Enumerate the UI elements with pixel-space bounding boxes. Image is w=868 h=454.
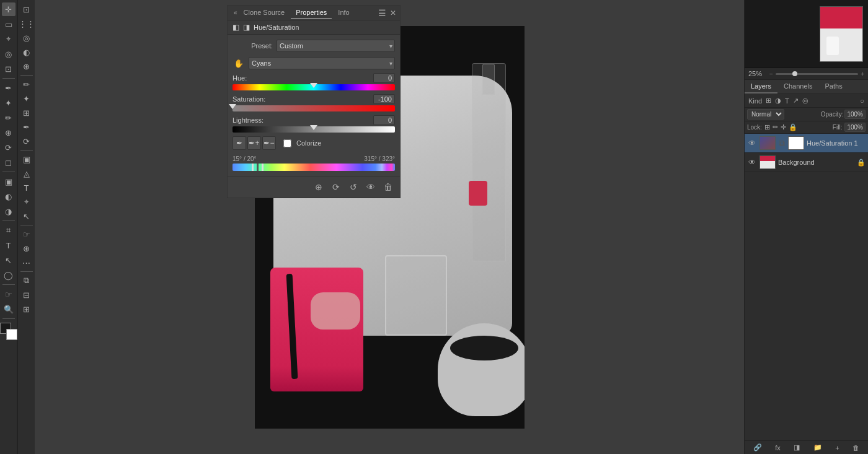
dodge-tool[interactable]: ◑ xyxy=(2,204,16,218)
panel-menu-icon[interactable]: ☰ xyxy=(378,8,386,18)
shape-tool[interactable]: ◯ xyxy=(2,268,16,282)
zoom-slider[interactable] xyxy=(776,73,858,75)
eraser-tool[interactable]: ◻ xyxy=(2,155,16,169)
subtract-from-sample-btn[interactable]: ✒− xyxy=(262,136,276,150)
filter-shape-icon[interactable]: ↗ xyxy=(792,96,800,105)
tab-channels[interactable]: Channels xyxy=(777,80,818,94)
blur-tool[interactable]: ◐ xyxy=(2,190,16,203)
saturation-slider[interactable] xyxy=(232,105,395,111)
hue-slider[interactable] xyxy=(232,84,395,90)
reset-btn[interactable]: ↺ xyxy=(347,180,360,194)
zoom-value[interactable]: 25% xyxy=(748,70,767,77)
channel-select[interactable]: Cyans Master Reds Yellows Greens Blues M… xyxy=(249,57,395,69)
lock-transparent-icon[interactable]: ⊞ xyxy=(764,123,770,131)
secondary-tool-13[interactable]: T xyxy=(20,181,33,194)
zoom-out-icon[interactable]: − xyxy=(769,71,773,77)
lock-pixels-icon[interactable]: ✏ xyxy=(773,123,778,131)
target-adjustment-tool[interactable]: ✋ xyxy=(232,57,245,69)
add-to-sample-btn[interactable]: ✒+ xyxy=(247,136,261,150)
secondary-tool-18[interactable]: ⋯ xyxy=(20,256,33,269)
gradient-tool[interactable]: ▣ xyxy=(2,175,16,188)
add-mask-btn[interactable]: ⊕ xyxy=(312,180,326,194)
sample-color-btn[interactable]: ✒ xyxy=(232,136,246,150)
fill-value[interactable]: 100% xyxy=(844,123,866,132)
color-swatches[interactable] xyxy=(0,323,17,340)
filter-pixel-icon[interactable]: ⊞ xyxy=(764,96,773,105)
lightness-value[interactable]: 0 xyxy=(373,115,395,125)
close-icon[interactable]: ✕ xyxy=(390,9,396,17)
lock-all-icon[interactable]: 🔒 xyxy=(789,123,797,131)
visibility-btn[interactable]: 👁 xyxy=(364,180,378,194)
saturation-value[interactable]: -100 xyxy=(373,94,395,104)
type-tool[interactable]: T xyxy=(2,238,16,252)
layer-visibility-toggle[interactable]: 👁 xyxy=(747,139,757,147)
new-layer-btn[interactable]: + xyxy=(834,443,840,452)
secondary-tool-6[interactable]: ✏ xyxy=(20,77,33,91)
preset-select[interactable]: Custom Default xyxy=(277,40,395,52)
secondary-tool-15[interactable]: ↖ xyxy=(20,209,33,223)
path-selection-tool[interactable]: ↖ xyxy=(2,253,16,267)
tab-info[interactable]: Info xyxy=(333,7,354,19)
secondary-tool-5[interactable]: ⊕ xyxy=(20,59,33,73)
channel-select-wrapper[interactable]: Cyans Master Reds Yellows Greens Blues M… xyxy=(249,57,395,69)
filter-toggle[interactable]: ○ xyxy=(859,97,866,105)
secondary-tool-17[interactable]: ⊕ xyxy=(20,242,33,255)
tab-layers[interactable]: Layers xyxy=(745,80,777,94)
quick-selection-tool[interactable]: ◎ xyxy=(2,47,16,61)
lock-position-icon[interactable]: ✛ xyxy=(781,123,786,131)
preset-select-wrapper[interactable]: Custom Default xyxy=(277,40,395,52)
secondary-tool-8[interactable]: ⊞ xyxy=(20,106,33,120)
move-tool[interactable]: ✛ xyxy=(2,2,16,16)
zoom-in-icon[interactable]: + xyxy=(861,71,864,77)
zoom-tool[interactable]: 🔍 xyxy=(2,302,16,316)
secondary-tool-7[interactable]: ✦ xyxy=(20,92,33,105)
layer-item[interactable]: 👁 ⧉ Hue/Saturation 1 xyxy=(745,134,868,153)
secondary-tool-16[interactable]: ☞ xyxy=(20,227,33,241)
clone-stamp-tool[interactable]: ⊕ xyxy=(2,126,16,139)
eyedropper-tool[interactable]: ✒ xyxy=(2,81,16,95)
add-style-btn[interactable]: fx xyxy=(774,443,782,452)
new-group-btn[interactable]: 📁 xyxy=(812,443,823,452)
secondary-tool-4[interactable]: ◐ xyxy=(20,45,33,59)
marquee-tool[interactable]: ▭ xyxy=(2,17,16,31)
secondary-tool-19[interactable]: ⧉ xyxy=(20,274,33,287)
tab-properties[interactable]: Properties xyxy=(291,7,332,19)
opacity-value[interactable]: 100% xyxy=(844,110,866,119)
add-mask-btn[interactable]: ◨ xyxy=(792,443,801,452)
background-color[interactable] xyxy=(6,329,17,340)
hand-tool[interactable]: ☞ xyxy=(2,287,16,301)
cycle-channels-btn[interactable]: ⟳ xyxy=(329,180,343,194)
link-layers-btn[interactable]: 🔗 xyxy=(752,443,763,452)
lightness-slider[interactable] xyxy=(232,126,395,133)
tab-paths[interactable]: Paths xyxy=(819,80,849,94)
delete-layer-btn[interactable]: 🗑 xyxy=(851,443,861,452)
hue-value[interactable]: 0 xyxy=(373,73,395,83)
pen-tool[interactable]: ⌗ xyxy=(2,224,16,237)
secondary-tool-1[interactable]: ⊡ xyxy=(20,2,33,16)
secondary-tool-3[interactable]: ◎ xyxy=(20,31,33,45)
secondary-tool-21[interactable]: ⊞ xyxy=(20,302,33,316)
colorize-checkbox[interactable] xyxy=(283,139,291,147)
crop-tool[interactable]: ⊡ xyxy=(2,62,16,76)
hue-range-bar[interactable] xyxy=(232,164,395,171)
collapse-icon[interactable]: « xyxy=(234,9,237,16)
secondary-tool-2[interactable]: ⋮⋮ xyxy=(20,17,33,30)
secondary-tool-12[interactable]: ◬ xyxy=(20,167,33,180)
secondary-tool-11[interactable]: ▣ xyxy=(20,152,33,166)
secondary-tool-9[interactable]: ✒ xyxy=(20,120,33,134)
brush-tool[interactable]: ✏ xyxy=(2,111,16,124)
lasso-tool[interactable]: ⌖ xyxy=(2,32,16,46)
secondary-tool-14[interactable]: ⌖ xyxy=(20,195,33,209)
filter-adj-icon[interactable]: ◑ xyxy=(774,96,782,105)
tab-clone-source[interactable]: Clone Source xyxy=(239,7,290,19)
layer-visibility-toggle[interactable]: 👁 xyxy=(747,158,757,167)
delete-btn[interactable]: 🗑 xyxy=(381,180,395,194)
secondary-tool-20[interactable]: ⊟ xyxy=(20,288,33,302)
layer-item[interactable]: 👁 Background 🔒 xyxy=(745,153,868,172)
secondary-tool-10[interactable]: ⟳ xyxy=(20,134,33,148)
blend-mode-select[interactable]: Normal Multiply Screen xyxy=(747,109,784,120)
filter-type-icon[interactable]: T xyxy=(784,97,790,105)
history-brush-tool[interactable]: ⟳ xyxy=(2,141,16,154)
filter-smartobj-icon[interactable]: ◎ xyxy=(801,96,810,105)
spot-heal-tool[interactable]: ✦ xyxy=(2,96,16,110)
